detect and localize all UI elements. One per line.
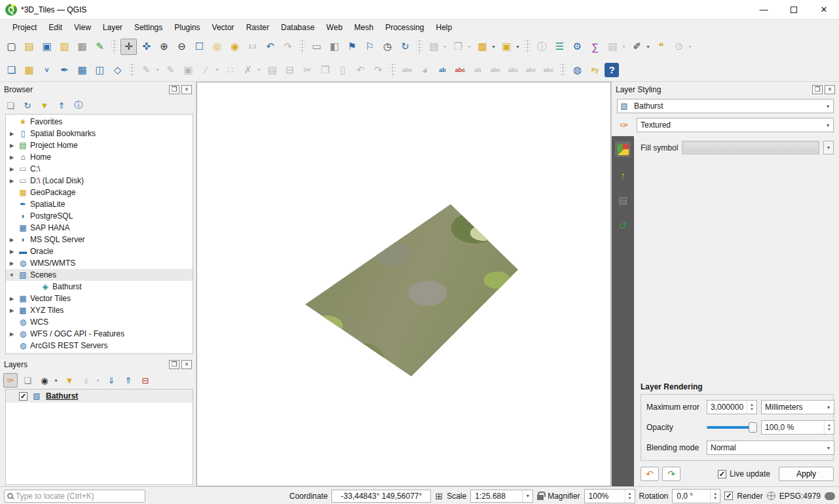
new-gpx-layer-button[interactable]: ◇	[109, 62, 126, 78]
change-label-button[interactable]: abc	[540, 62, 557, 78]
lock-scale-icon[interactable]	[537, 495, 544, 500]
rotation-spinbox[interactable]: 0,0 ° ▲▼	[672, 489, 720, 503]
browser-tree-item[interactable]: ▶ ▭ D:\ (Local Disk)	[6, 175, 193, 187]
opacity-slider-handle[interactable]	[749, 422, 757, 433]
layer-diagram-button[interactable]: ◕	[417, 62, 433, 78]
live-update-checkbox[interactable]: ✓	[718, 470, 726, 478]
browser-tree-item[interactable]: ▶ ▦ Vector Tiles	[6, 293, 193, 304]
opacity-slider[interactable]	[707, 422, 757, 433]
delete-selected-button[interactable]: ⊟	[282, 62, 298, 78]
attribute-table-dropdown[interactable]: ▾	[620, 44, 627, 50]
filter-legend-button[interactable]: ▼	[62, 373, 77, 387]
deselect-features-button[interactable]: ▩	[474, 39, 491, 55]
layer-row-bathurst[interactable]: ✓ ▧ Bathurst	[6, 389, 193, 403]
python-console-button[interactable]: Py	[587, 62, 603, 78]
styling-layer-select[interactable]: ▧ Bathurst ▾	[617, 99, 834, 113]
map-tips-button[interactable]: ❝	[653, 39, 669, 55]
extents-icon[interactable]: ⊞	[435, 491, 443, 501]
select-features-dropdown[interactable]: ▾	[441, 44, 449, 50]
processing-toolbox-button[interactable]: ⚙	[569, 39, 586, 55]
expand-arrow-icon[interactable]: ▶	[8, 166, 16, 172]
browser-tree-item[interactable]: ✒ SpatiaLite	[6, 198, 193, 210]
vertex-tool-button[interactable]: ✗	[240, 62, 256, 78]
select-by-form-dropdown[interactable]: ▾	[466, 44, 473, 50]
add-group-button[interactable]: ❏	[20, 373, 35, 387]
layer-labeling-button[interactable]: abc	[399, 62, 415, 78]
identify-features-button[interactable]: ⓘ	[534, 39, 550, 55]
maximum-error-spinbox[interactable]: 3,000000 ▲▼	[707, 400, 757, 414]
spin-arrows-icon[interactable]: ▲▼	[747, 401, 756, 414]
zoom-out-button[interactable]: ⊖	[174, 39, 190, 55]
new-3d-map-view-button[interactable]: ◧	[326, 39, 343, 55]
browser-tree-item[interactable]: ▶ ▤ Project Home	[6, 139, 193, 151]
select-by-value-dropdown[interactable]: ▾	[514, 44, 521, 50]
spin-arrows-icon[interactable]: ▲▼	[625, 490, 635, 503]
menu-mesh[interactable]: Mesh	[348, 21, 379, 34]
zoom-to-object-dropdown[interactable]: ▾	[686, 44, 694, 50]
browser-tree-item[interactable]: ▼ ▧ Scenes	[6, 269, 193, 281]
messages-icon[interactable]	[825, 492, 835, 500]
tab-history[interactable]: ↺	[615, 218, 631, 234]
zoom-to-selection-button[interactable]: ◎	[209, 39, 225, 55]
expand-arrow-icon[interactable]: ▶	[8, 178, 16, 184]
render-checkbox[interactable]: ✓	[724, 492, 733, 500]
measure-dropdown[interactable]: ▾	[644, 44, 652, 50]
browser-tree-item[interactable]: ▶ ⌂ Home	[6, 151, 193, 163]
zoom-full-button[interactable]: ☐	[191, 39, 208, 55]
filter-expression-button[interactable]: ε	[79, 373, 94, 387]
browser-tree-item[interactable]: ◈ Bathurst	[6, 281, 193, 293]
browser-close-button[interactable]: ×	[181, 85, 192, 94]
save-project-button[interactable]: ▣	[39, 39, 55, 55]
rotate-label-button[interactable]: abc	[523, 62, 539, 78]
scale-select[interactable]: 1:25.688 ▾	[470, 490, 533, 503]
coordinate-display[interactable]: -33,44843° 149,56077°	[331, 490, 431, 503]
move-label-button[interactable]: abc	[505, 62, 521, 78]
zoom-native-button[interactable]: 1:1	[244, 39, 261, 55]
current-edits-dropdown[interactable]: ▾	[154, 67, 161, 73]
toggle-editing-button[interactable]: ✎	[162, 62, 179, 78]
expand-arrow-icon[interactable]: ▶	[8, 331, 16, 337]
browser-tree-item[interactable]: ◍ ArcGIS REST Servers	[6, 340, 193, 351]
select-features-button[interactable]: ▧	[426, 39, 442, 55]
browser-tree-item[interactable]: ◗ PostgreSQL	[6, 210, 193, 222]
maximize-button[interactable]	[779, 0, 809, 19]
add-selected-layers-button[interactable]: ❏	[3, 98, 18, 113]
refresh-browser-button[interactable]: ↻	[20, 98, 35, 113]
opacity-spinbox[interactable]: 100,0 % ▲▼	[761, 420, 834, 435]
styling-float-button[interactable]: ❐	[812, 85, 823, 94]
map-canvas[interactable]	[196, 82, 611, 486]
zoom-next-button[interactable]: ↷	[280, 39, 296, 55]
tab-overview[interactable]: ▤	[615, 192, 631, 208]
menu-edit[interactable]: Edit	[43, 21, 68, 34]
browser-tree-item[interactable]: ▶ ▯ Spatial Bookmarks	[6, 128, 193, 139]
open-layer-styling-button[interactable]: ✑	[3, 373, 18, 387]
browser-tree-item[interactable]: ▶ ◗ MS SQL Server	[6, 234, 193, 245]
blending-mode-select[interactable]: Normal ▾	[707, 441, 834, 455]
browser-tree-item[interactable]: ▶ ▬ Oracle	[6, 245, 193, 257]
new-virtual-layer-button[interactable]: ◫	[92, 62, 108, 78]
show-layout-manager-button[interactable]: ▦	[74, 39, 90, 55]
apply-button[interactable]: Apply	[779, 467, 834, 481]
menu-database[interactable]: Database	[275, 21, 320, 34]
browser-float-button[interactable]: ❐	[169, 85, 179, 94]
statistical-summary-button[interactable]: ∑	[587, 39, 603, 55]
refresh-map-button[interactable]: ↻	[397, 39, 413, 55]
collapse-all-layers-button[interactable]: ⇑	[121, 373, 136, 387]
spin-arrows-icon[interactable]: ▲▼	[824, 421, 834, 434]
expand-arrow-icon[interactable]: ▶	[8, 237, 16, 243]
locator-input[interactable]	[16, 492, 142, 501]
metasearch-button[interactable]: ◍	[569, 62, 586, 78]
menu-settings[interactable]: Settings	[128, 21, 168, 34]
magnifier-spinbox[interactable]: 100% ▲▼	[584, 489, 635, 503]
browser-tree-item[interactable]: ▦ SAP HANA	[6, 222, 193, 234]
digitize-dropdown[interactable]: ▾	[214, 67, 221, 73]
manage-map-themes-button[interactable]: ◉	[37, 373, 52, 387]
collapse-all-button[interactable]: ⇑	[54, 98, 69, 113]
vertex-tool-dropdown[interactable]: ▾	[255, 67, 263, 73]
show-hidden-labels-button[interactable]: abc	[487, 62, 504, 78]
current-edits-button[interactable]: ✎	[138, 62, 155, 78]
tab-elevation[interactable]: ↑	[615, 167, 631, 183]
show-spatial-bookmarks-button[interactable]: ⚐	[362, 39, 378, 55]
open-project-button[interactable]: ▤	[21, 39, 37, 55]
new-spatial-bookmark-button[interactable]: ⚑	[344, 39, 360, 55]
